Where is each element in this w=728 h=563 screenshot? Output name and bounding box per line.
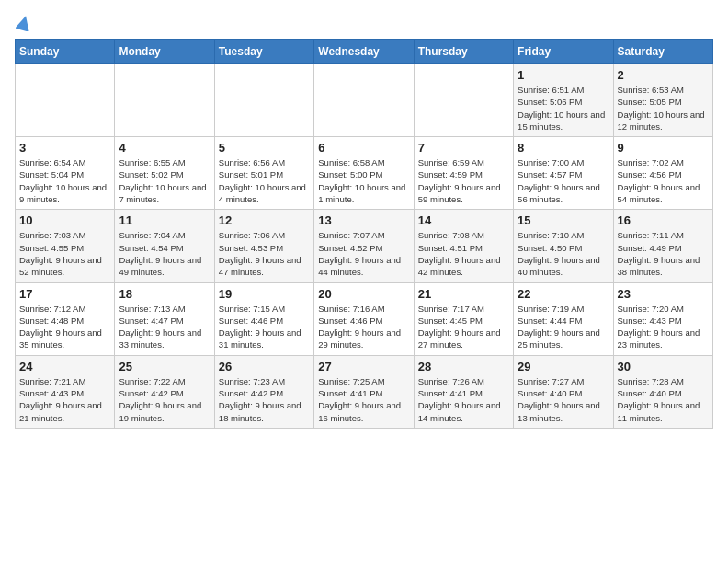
day-number: 23 (618, 287, 709, 301)
calendar-cell-week2-day1: 4Sunrise: 6:55 AMSunset: 5:02 PMDaylight… (115, 137, 214, 210)
calendar-cell-week2-day4: 7Sunrise: 6:59 AMSunset: 4:59 PMDaylight… (414, 137, 513, 210)
day-number: 21 (418, 287, 509, 301)
day-info: Sunrise: 6:55 AMSunset: 5:02 PMDaylight:… (119, 156, 210, 205)
day-info: Sunrise: 7:07 AMSunset: 4:52 PMDaylight:… (318, 229, 409, 278)
calendar-week-1: 1Sunrise: 6:51 AMSunset: 5:06 PMDaylight… (16, 64, 713, 137)
day-number: 22 (518, 287, 609, 301)
day-number: 19 (219, 287, 310, 301)
day-info: Sunrise: 7:17 AMSunset: 4:45 PMDaylight:… (418, 303, 509, 351)
day-info: Sunrise: 7:27 AMSunset: 4:40 PMDaylight:… (518, 375, 609, 424)
day-number: 24 (19, 360, 110, 373)
calendar-cell-week2-day2: 5Sunrise: 6:56 AMSunset: 5:01 PMDaylight… (214, 137, 313, 210)
logo (15, 15, 32, 28)
day-info: Sunrise: 6:56 AMSunset: 5:01 PMDaylight:… (219, 156, 310, 205)
day-number: 4 (119, 141, 210, 155)
day-info: Sunrise: 7:15 AMSunset: 4:46 PMDaylight:… (219, 303, 310, 351)
calendar-week-5: 24Sunrise: 7:21 AMSunset: 4:43 PMDayligh… (16, 355, 713, 428)
calendar-cell-week5-day3: 27Sunrise: 7:25 AMSunset: 4:41 PMDayligh… (314, 355, 414, 428)
calendar-cell-week1-day4 (414, 64, 513, 137)
calendar-cell-week2-day6: 9Sunrise: 7:02 AMSunset: 4:56 PMDaylight… (613, 137, 712, 210)
day-info: Sunrise: 7:23 AMSunset: 4:42 PMDaylight:… (219, 375, 310, 424)
day-info: Sunrise: 7:28 AMSunset: 4:40 PMDaylight:… (618, 375, 709, 424)
calendar-cell-week3-day0: 10Sunrise: 7:03 AMSunset: 4:55 PMDayligh… (16, 210, 115, 282)
day-number: 9 (618, 141, 709, 155)
calendar-cell-week5-day1: 25Sunrise: 7:22 AMSunset: 4:42 PMDayligh… (115, 355, 214, 428)
calendar-cell-week2-day3: 6Sunrise: 6:58 AMSunset: 5:00 PMDaylight… (314, 137, 414, 210)
day-info: Sunrise: 7:12 AMSunset: 4:48 PMDaylight:… (19, 303, 110, 351)
page-header (15, 15, 713, 28)
day-number: 7 (418, 141, 509, 155)
day-number: 17 (19, 287, 110, 301)
day-info: Sunrise: 7:22 AMSunset: 4:42 PMDaylight:… (119, 375, 210, 424)
weekday-header-monday: Monday (115, 40, 214, 64)
day-info: Sunrise: 6:58 AMSunset: 5:00 PMDaylight:… (318, 156, 409, 205)
day-number: 18 (119, 287, 210, 301)
calendar-body: 1Sunrise: 6:51 AMSunset: 5:06 PMDaylight… (16, 64, 713, 429)
day-number: 25 (119, 360, 210, 373)
calendar-cell-week3-day1: 11Sunrise: 7:04 AMSunset: 4:54 PMDayligh… (115, 210, 214, 282)
day-info: Sunrise: 6:51 AMSunset: 5:06 PMDaylight:… (518, 84, 609, 132)
day-info: Sunrise: 7:25 AMSunset: 4:41 PMDaylight:… (318, 375, 409, 424)
day-number: 12 (219, 213, 310, 227)
calendar-cell-week1-day0 (16, 64, 115, 137)
day-info: Sunrise: 6:59 AMSunset: 4:59 PMDaylight:… (418, 156, 509, 205)
calendar-cell-week3-day5: 15Sunrise: 7:10 AMSunset: 4:50 PMDayligh… (514, 210, 613, 282)
calendar-week-3: 10Sunrise: 7:03 AMSunset: 4:55 PMDayligh… (16, 210, 713, 282)
calendar-cell-week4-day2: 19Sunrise: 7:15 AMSunset: 4:46 PMDayligh… (214, 282, 313, 355)
day-number: 29 (518, 360, 609, 373)
calendar-cell-week1-day6: 2Sunrise: 6:53 AMSunset: 5:05 PMDaylight… (613, 64, 712, 137)
day-number: 14 (418, 213, 509, 227)
day-info: Sunrise: 7:20 AMSunset: 4:43 PMDaylight:… (618, 303, 709, 351)
weekday-header-tuesday: Tuesday (214, 40, 313, 64)
day-info: Sunrise: 7:19 AMSunset: 4:44 PMDaylight:… (518, 303, 609, 351)
day-info: Sunrise: 7:26 AMSunset: 4:41 PMDaylight:… (418, 375, 509, 424)
day-number: 26 (219, 360, 310, 373)
calendar-week-4: 17Sunrise: 7:12 AMSunset: 4:48 PMDayligh… (16, 282, 713, 355)
calendar-cell-week2-day5: 8Sunrise: 7:00 AMSunset: 4:57 PMDaylight… (514, 137, 613, 210)
calendar-cell-week1-day1 (115, 64, 214, 137)
calendar-cell-week4-day5: 22Sunrise: 7:19 AMSunset: 4:44 PMDayligh… (514, 282, 613, 355)
day-info: Sunrise: 7:04 AMSunset: 4:54 PMDaylight:… (119, 229, 210, 278)
calendar-cell-week4-day3: 20Sunrise: 7:16 AMSunset: 4:46 PMDayligh… (314, 282, 414, 355)
day-number: 1 (518, 68, 609, 82)
calendar-cell-week4-day1: 18Sunrise: 7:13 AMSunset: 4:47 PMDayligh… (115, 282, 214, 355)
day-number: 6 (318, 141, 409, 155)
calendar-cell-week1-day2 (214, 64, 313, 137)
weekday-header-wednesday: Wednesday (314, 40, 414, 64)
day-number: 8 (518, 141, 609, 155)
day-info: Sunrise: 7:11 AMSunset: 4:49 PMDaylight:… (618, 229, 709, 278)
day-info: Sunrise: 7:00 AMSunset: 4:57 PMDaylight:… (518, 156, 609, 205)
day-number: 27 (318, 360, 409, 373)
day-info: Sunrise: 7:08 AMSunset: 4:51 PMDaylight:… (418, 229, 509, 278)
weekday-header-sunday: Sunday (16, 40, 115, 64)
svg-marker-0 (16, 15, 32, 31)
day-info: Sunrise: 7:16 AMSunset: 4:46 PMDaylight:… (318, 303, 409, 351)
calendar-cell-week1-day5: 1Sunrise: 6:51 AMSunset: 5:06 PMDaylight… (514, 64, 613, 137)
day-info: Sunrise: 7:10 AMSunset: 4:50 PMDaylight:… (518, 229, 609, 278)
day-info: Sunrise: 7:03 AMSunset: 4:55 PMDaylight:… (19, 229, 110, 278)
day-number: 13 (318, 213, 409, 227)
weekday-header-saturday: Saturday (613, 40, 712, 64)
day-number: 20 (318, 287, 409, 301)
calendar-cell-week5-day6: 30Sunrise: 7:28 AMSunset: 4:40 PMDayligh… (613, 355, 712, 428)
calendar-cell-week5-day2: 26Sunrise: 7:23 AMSunset: 4:42 PMDayligh… (214, 355, 313, 428)
day-number: 10 (19, 213, 110, 227)
weekday-header-thursday: Thursday (414, 40, 513, 64)
calendar-cell-week3-day4: 14Sunrise: 7:08 AMSunset: 4:51 PMDayligh… (414, 210, 513, 282)
day-number: 15 (518, 213, 609, 227)
day-info: Sunrise: 7:21 AMSunset: 4:43 PMDaylight:… (19, 375, 110, 424)
day-info: Sunrise: 6:54 AMSunset: 5:04 PMDaylight:… (19, 156, 110, 205)
day-number: 5 (219, 141, 310, 155)
calendar-cell-week3-day2: 12Sunrise: 7:06 AMSunset: 4:53 PMDayligh… (214, 210, 313, 282)
calendar-cell-week5-day0: 24Sunrise: 7:21 AMSunset: 4:43 PMDayligh… (16, 355, 115, 428)
day-number: 11 (119, 213, 210, 227)
day-number: 3 (19, 141, 110, 155)
day-number: 30 (618, 360, 709, 373)
calendar-cell-week3-day3: 13Sunrise: 7:07 AMSunset: 4:52 PMDayligh… (314, 210, 414, 282)
calendar-cell-week4-day0: 17Sunrise: 7:12 AMSunset: 4:48 PMDayligh… (16, 282, 115, 355)
calendar-cell-week5-day4: 28Sunrise: 7:26 AMSunset: 4:41 PMDayligh… (414, 355, 513, 428)
calendar-table: SundayMondayTuesdayWednesdayThursdayFrid… (15, 39, 713, 429)
day-info: Sunrise: 7:02 AMSunset: 4:56 PMDaylight:… (618, 156, 709, 205)
day-info: Sunrise: 7:13 AMSunset: 4:47 PMDaylight:… (119, 303, 210, 351)
calendar-cell-week4-day6: 23Sunrise: 7:20 AMSunset: 4:43 PMDayligh… (613, 282, 712, 355)
